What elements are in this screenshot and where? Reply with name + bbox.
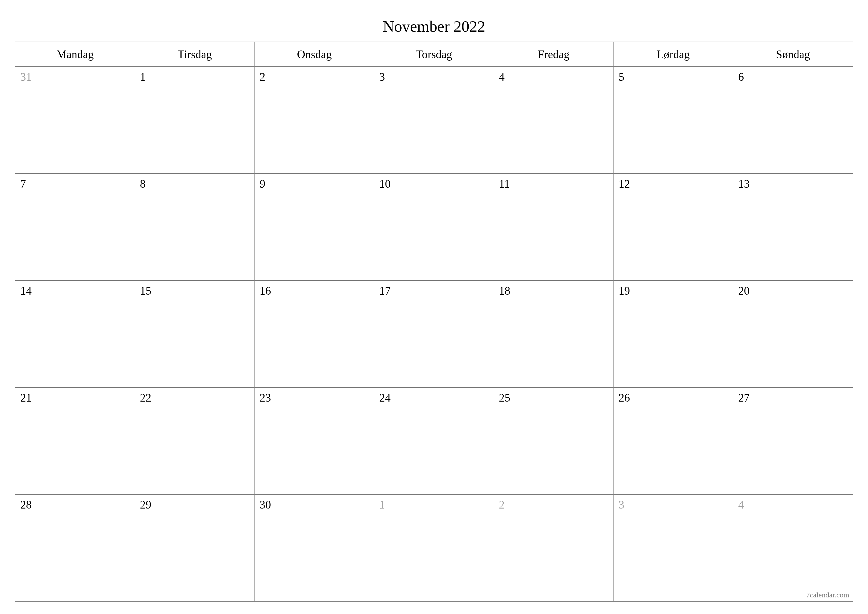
- day-cell: 24: [374, 388, 494, 494]
- day-cell: 1: [135, 67, 255, 173]
- day-cell: 13: [733, 174, 852, 280]
- day-cell: 28: [16, 495, 135, 601]
- weekday-header: Onsdag: [254, 42, 374, 66]
- day-cell: 27: [733, 388, 852, 494]
- day-cell: 21: [16, 388, 135, 494]
- weekday-header: Torsdag: [374, 42, 494, 66]
- weekday-header: Tirsdag: [135, 42, 255, 66]
- week-row: 14 15 16 17 18 19 20: [16, 281, 852, 388]
- calendar-page: November 2022 Mandag Tirsdag Onsdag Tors…: [0, 0, 868, 614]
- day-cell: 5: [614, 67, 733, 173]
- weeks-container: 31 1 2 3 4 5 6 7 8 9 10 11 12 13 14 15 1…: [16, 67, 852, 601]
- day-cell: 25: [494, 388, 614, 494]
- day-cell: 10: [374, 174, 494, 280]
- day-cell: 3: [374, 67, 494, 173]
- week-row: 21 22 23 24 25 26 27: [16, 388, 852, 495]
- weekday-header-row: Mandag Tirsdag Onsdag Torsdag Fredag Lør…: [16, 42, 852, 67]
- day-cell: 9: [254, 174, 374, 280]
- day-cell: 23: [254, 388, 374, 494]
- day-cell: 12: [614, 174, 733, 280]
- weekday-header: Lørdag: [614, 42, 733, 66]
- day-cell: 4: [733, 495, 852, 601]
- day-cell: 20: [733, 281, 852, 387]
- page-title: November 2022: [15, 17, 853, 36]
- day-cell: 22: [135, 388, 255, 494]
- day-cell: 19: [614, 281, 733, 387]
- day-cell: 16: [254, 281, 374, 387]
- day-cell: 4: [494, 67, 614, 173]
- day-cell: 2: [494, 495, 614, 601]
- week-row: 7 8 9 10 11 12 13: [16, 174, 852, 281]
- day-cell: 26: [614, 388, 733, 494]
- day-cell: 11: [494, 174, 614, 280]
- day-cell: 14: [16, 281, 135, 387]
- day-cell: 2: [254, 67, 374, 173]
- day-cell: 31: [16, 67, 135, 173]
- day-cell: 3: [614, 495, 733, 601]
- day-cell: 7: [16, 174, 135, 280]
- calendar-grid: Mandag Tirsdag Onsdag Torsdag Fredag Lør…: [15, 42, 853, 602]
- weekday-header: Mandag: [16, 42, 135, 66]
- day-cell: 1: [374, 495, 494, 601]
- weekday-header: Fredag: [494, 42, 614, 66]
- footer-credit: 7calendar.com: [806, 591, 849, 599]
- week-row: 28 29 30 1 2 3 4: [16, 495, 852, 601]
- day-cell: 17: [374, 281, 494, 387]
- day-cell: 30: [254, 495, 374, 601]
- day-cell: 29: [135, 495, 255, 601]
- week-row: 31 1 2 3 4 5 6: [16, 67, 852, 174]
- day-cell: 8: [135, 174, 255, 280]
- day-cell: 18: [494, 281, 614, 387]
- day-cell: 15: [135, 281, 255, 387]
- weekday-header: Søndag: [733, 42, 852, 66]
- day-cell: 6: [733, 67, 852, 173]
